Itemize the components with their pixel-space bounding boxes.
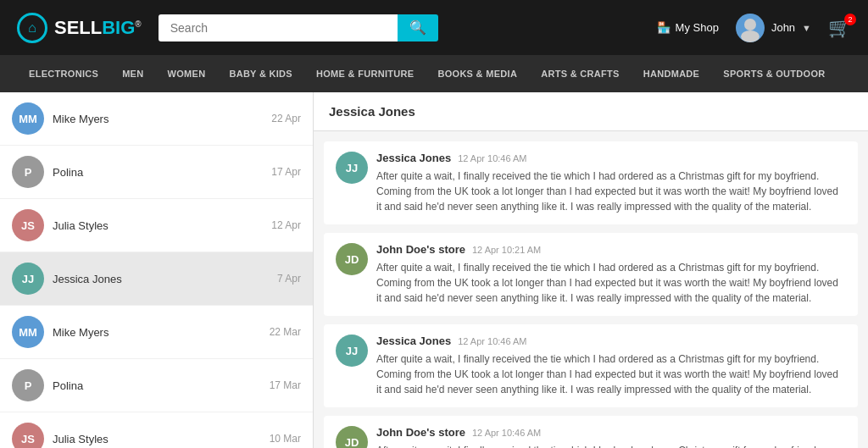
chat-avatar: JS (12, 423, 44, 448)
message-sender: Jessica Jones (376, 152, 451, 164)
chat-info: Jessica Jones (53, 271, 277, 286)
chat-info: Polina (53, 164, 271, 180)
chat-info: Polina (53, 378, 270, 393)
search-button[interactable]: 🔍 (398, 14, 438, 41)
myshop-button[interactable]: 🏪 My Shop (657, 21, 719, 34)
message-text: After quite a wait, I finally received t… (376, 443, 846, 448)
message-bubble: JJ Jessica Jones 12 Apr 10:46 AM After q… (324, 141, 858, 224)
chat-info: Mike Myers (53, 324, 270, 340)
message-content: John Doe's store 12 Apr 10:46 AM After q… (376, 426, 846, 448)
nav-home-furniture[interactable]: HOME & FURNITURE (304, 55, 426, 92)
chat-date: 17 Mar (270, 379, 301, 391)
avatar (736, 14, 765, 42)
message-content: Jessica Jones 12 Apr 10:46 AM After quit… (376, 152, 846, 214)
nav-books-media[interactable]: BOOKS & MEDIA (426, 55, 529, 92)
chat-messages: Jessica Jones JJ Jessica Jones 12 Apr 10… (314, 92, 868, 448)
chat-avatar: JJ (12, 263, 44, 295)
chat-name: Polina (53, 379, 83, 392)
nav-women[interactable]: WOMEN (156, 55, 218, 92)
header: ⌂ SELLBIG® 🔍 🏪 My Shop John ▼ 🛒 2 (0, 0, 868, 55)
nav-men[interactable]: MEN (110, 55, 155, 92)
chat-name: Jessica Jones (53, 273, 122, 285)
message-sender: John Doe's store (376, 426, 465, 439)
chat-date: 22 Mar (270, 326, 301, 338)
nav-handmade[interactable]: HANDMADE (632, 55, 712, 92)
chat-header: Jessica Jones (314, 92, 868, 131)
message-avatar: JJ (336, 335, 368, 367)
message-avatar: JJ (336, 152, 368, 184)
search-input[interactable] (159, 14, 398, 41)
message-bubble: JD John Doe's store 12 Apr 10:46 AM Afte… (324, 416, 858, 448)
message-sender: John Doe's store (376, 243, 465, 256)
chat-list-item[interactable]: P Polina 17 Mar (0, 359, 313, 412)
active-chat-name: Jessica Jones (329, 104, 415, 119)
svg-point-0 (744, 19, 756, 30)
message-time: 12 Apr 10:46 AM (458, 153, 526, 163)
nav-arts-crafts[interactable]: ARTS & CRAFTS (529, 55, 632, 92)
message-meta: John Doe's store 12 Apr 10:46 AM (376, 426, 846, 439)
chat-list-item[interactable]: MM Mike Myers 22 Mar (0, 306, 313, 359)
nav-sports-outdoor[interactable]: SPORTS & OUTDOOR (711, 55, 837, 92)
message-bubble: JD John Doe's store 12 Apr 10:21 AM Afte… (324, 233, 858, 316)
chat-date: 22 Apr (271, 113, 301, 124)
chat-name: Julia Styles (53, 219, 108, 232)
logo[interactable]: ⌂ SELLBIG® (17, 13, 142, 43)
message-meta: John Doe's store 12 Apr 10:21 AM (376, 243, 846, 256)
message-text: After quite a wait, I finally received t… (376, 169, 846, 214)
cart-button[interactable]: 🛒 2 (828, 17, 851, 39)
chat-name: Mike Myers (53, 326, 108, 339)
chat-name: Mike Myers (53, 113, 108, 125)
nav-baby-kids[interactable]: BABY & KIDS (217, 55, 304, 92)
chat-date: 10 Mar (270, 433, 301, 445)
chat-list-item[interactable]: JS Julia Styles 12 Apr (0, 199, 313, 252)
messages-area: JJ Jessica Jones 12 Apr 10:46 AM After q… (314, 131, 868, 448)
chat-date: 12 Apr (271, 219, 301, 231)
message-avatar: JD (336, 243, 368, 275)
chat-info: Mike Myers (53, 111, 271, 126)
chat-date: 17 Apr (271, 166, 301, 178)
myshop-label: My Shop (676, 21, 719, 34)
chat-avatar: P (12, 156, 44, 188)
chat-avatar: MM (12, 102, 44, 135)
cart-badge: 2 (844, 14, 856, 25)
chat-avatar: JS (12, 209, 44, 241)
message-text: After quite a wait, I finally received t… (376, 260, 846, 306)
main-content: MM Mike Myers 22 Apr P Polina 17 Apr JS … (0, 92, 868, 448)
message-meta: Jessica Jones 12 Apr 10:46 AM (376, 335, 846, 347)
message-text: After quite a wait, I finally received t… (376, 351, 846, 397)
message-meta: Jessica Jones 12 Apr 10:46 AM (376, 152, 846, 164)
message-time: 12 Apr 10:46 AM (472, 428, 541, 438)
navigation: ELECTRONICS MEN WOMEN BABY & KIDS HOME &… (0, 55, 868, 92)
chat-date: 7 Apr (277, 273, 301, 285)
logo-icon: ⌂ (17, 13, 47, 43)
chat-avatar: P (12, 369, 44, 401)
message-sender: Jessica Jones (376, 335, 451, 347)
message-avatar: JD (336, 426, 368, 448)
user-area[interactable]: John ▼ (736, 14, 811, 42)
nav-electronics[interactable]: ELECTRONICS (17, 55, 110, 92)
chat-info: Julia Styles (53, 431, 270, 446)
message-bubble: JJ Jessica Jones 12 Apr 10:46 AM After q… (324, 324, 858, 407)
header-right: 🏪 My Shop John ▼ 🛒 2 (657, 14, 851, 42)
chat-list-item[interactable]: JS Julia Styles 10 Mar (0, 412, 313, 448)
chat-name: Polina (53, 166, 83, 179)
user-name: John (771, 21, 795, 34)
message-time: 12 Apr 10:46 AM (458, 336, 526, 346)
chat-list: MM Mike Myers 22 Apr P Polina 17 Apr JS … (0, 92, 314, 448)
search-bar: 🔍 (159, 14, 438, 41)
message-content: John Doe's store 12 Apr 10:21 AM After q… (376, 243, 846, 306)
message-time: 12 Apr 10:21 AM (472, 245, 541, 255)
chat-list-item[interactable]: MM Mike Myers 22 Apr (0, 92, 313, 146)
shop-icon: 🏪 (657, 21, 670, 34)
chat-name: Julia Styles (53, 433, 108, 445)
message-content: Jessica Jones 12 Apr 10:46 AM After quit… (376, 335, 846, 397)
svg-point-1 (741, 30, 760, 42)
logo-text: SELLBIG® (54, 17, 142, 39)
chat-info: Julia Styles (53, 218, 271, 233)
dropdown-arrow: ▼ (802, 23, 811, 33)
chat-list-item[interactable]: P Polina 17 Apr (0, 146, 313, 199)
chat-list-item[interactable]: JJ Jessica Jones 7 Apr (0, 252, 313, 306)
chat-avatar: MM (12, 316, 44, 348)
